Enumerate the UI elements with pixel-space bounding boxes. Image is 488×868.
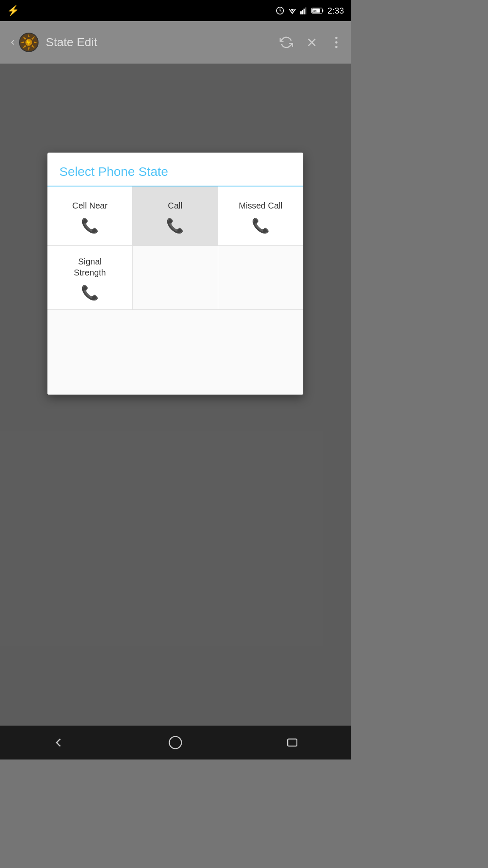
svg-rect-9 — [322, 9, 324, 11]
close-icon[interactable] — [305, 36, 319, 49]
cell-near-option[interactable]: Cell Near 📞 — [47, 186, 133, 246]
empty-cell-2 — [218, 246, 303, 310]
status-bar: ⚡ 68 2:33 — [0, 0, 351, 21]
status-bar-right: 68 2:33 — [276, 6, 344, 16]
dialog-title: Select Phone State — [47, 153, 303, 186]
select-phone-state-dialog: Select Phone State Cell Near 📞 Call 📞 Mi… — [47, 153, 303, 395]
svg-point-17 — [335, 41, 337, 43]
battery-icon: 68 — [311, 7, 324, 14]
nav-home-icon[interactable] — [168, 735, 183, 750]
app-bar-title: State Edit — [46, 36, 273, 49]
cell-near-phone-icon: 📞 — [81, 217, 99, 234]
phone-state-grid-row2: SignalStrength 📞 — [47, 246, 303, 310]
status-bar-left: ⚡ — [7, 5, 19, 17]
gear-icon — [19, 32, 39, 53]
svg-point-18 — [335, 46, 337, 48]
svg-rect-5 — [302, 10, 303, 15]
signal-icon — [300, 6, 308, 15]
app-bar: State Edit — [0, 21, 351, 64]
svg-point-16 — [335, 37, 337, 39]
svg-text:68: 68 — [313, 10, 316, 13]
svg-point-19 — [169, 737, 182, 749]
clock-icon — [276, 6, 284, 15]
nav-recents-icon[interactable] — [285, 735, 300, 750]
svg-rect-7 — [305, 8, 306, 15]
svg-rect-20 — [288, 739, 297, 746]
nav-bar — [0, 726, 351, 760]
call-label: Call — [168, 200, 182, 211]
svg-rect-6 — [304, 9, 305, 15]
app-bar-actions — [280, 36, 342, 49]
nav-back-icon[interactable] — [51, 735, 66, 750]
missed-call-option[interactable]: Missed Call 📞 — [218, 186, 303, 246]
signal-strength-option[interactable]: SignalStrength 📞 — [47, 246, 133, 310]
cell-near-label: Cell Near — [72, 200, 107, 211]
status-time: 2:33 — [327, 6, 344, 16]
call-option[interactable]: Call 📞 — [133, 186, 218, 246]
more-options-icon[interactable] — [330, 36, 342, 49]
phone-state-grid: Cell Near 📞 Call 📞 Missed Call 📞 — [47, 186, 303, 246]
signal-strength-label: SignalStrength — [74, 256, 106, 278]
lightning-icon: ⚡ — [7, 5, 19, 17]
app-bar-nav[interactable] — [8, 32, 39, 53]
signal-strength-phone-icon: 📞 — [81, 284, 99, 301]
empty-cell-1 — [133, 246, 218, 310]
svg-rect-4 — [300, 11, 302, 15]
call-phone-icon: 📞 — [166, 217, 184, 234]
refresh-icon[interactable] — [280, 36, 293, 49]
back-icon[interactable] — [8, 38, 17, 47]
missed-call-label: Missed Call — [239, 200, 283, 211]
wifi-icon — [288, 6, 297, 15]
missed-call-phone-icon: 📞 — [252, 217, 269, 234]
dialog-empty-area — [47, 310, 303, 395]
